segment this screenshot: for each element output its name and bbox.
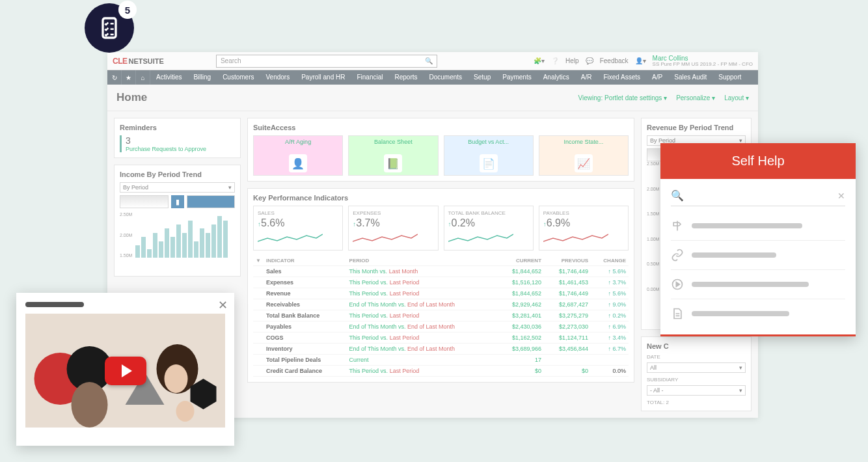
video-title-placeholder	[25, 302, 84, 307]
reminder-text: Purchase Requests to Approve	[126, 146, 235, 152]
kpi-row[interactable]: COGSThis Period vs. Last Period$1,162,50…	[253, 333, 629, 344]
revenue-trend-title: Revenue By Period Trend	[647, 124, 746, 131]
menu-support[interactable]: Support	[712, 70, 747, 85]
user-icon[interactable]: 👤▾	[635, 57, 646, 64]
menu-activities[interactable]: Activities	[150, 70, 187, 85]
feedback-icon[interactable]: 💬	[586, 57, 593, 64]
apps-icon[interactable]: 🧩▾	[534, 57, 545, 64]
new-card: New C DATE All▾ SUBSIDIARY - All -▾ TOTA…	[641, 336, 752, 411]
kpi-row[interactable]: PayablesEnd of This Month vs. End of Las…	[253, 321, 629, 333]
play-icon[interactable]	[105, 357, 146, 385]
kpi-row[interactable]: SalesThis Month vs. Last Month$1,844,652…	[253, 266, 629, 277]
layout-opt[interactable]: Layout ▾	[724, 94, 749, 102]
date-select[interactable]: All▾	[647, 362, 746, 373]
self-help-panel: Self Help 🔍 ✕	[660, 143, 856, 336]
ledger-icon: 📗	[384, 154, 402, 172]
kpi-row[interactable]: RevenueThis Period vs. Last Period$1,844…	[253, 288, 629, 299]
badge-count: 5	[118, 1, 137, 19]
play-circle-icon	[671, 278, 684, 291]
chart-doc-icon: 📈	[575, 154, 593, 172]
close-icon[interactable]: ✕	[837, 191, 845, 201]
menu-payments[interactable]: Payments	[496, 70, 537, 85]
kpi-card: Key Performance Indicators SALES↑5.6%EXP…	[247, 188, 634, 383]
notification-badge[interactable]: 5	[85, 3, 134, 53]
reminder-item[interactable]: 3 Purchase Requests to Approve	[120, 135, 235, 152]
kpi-tile[interactable]: PAYABLES↑6.9%	[539, 206, 629, 251]
star-icon[interactable]: ★	[122, 70, 136, 85]
kpi-row[interactable]: ExpensesThis Period vs. Last Period$1,51…	[253, 277, 629, 288]
menu-financial[interactable]: Financial	[351, 70, 388, 85]
self-help-search[interactable]: 🔍 ✕	[671, 185, 845, 206]
chart-thumb-1[interactable]	[120, 195, 169, 208]
income-period-select[interactable]: By Period▾	[120, 182, 235, 193]
link-icon	[671, 249, 684, 262]
suiteaccess-card: SuiteAccess A/R Aging👤 Balance Sheet📗 Bu…	[247, 118, 634, 182]
topbar: CLE NETSUITE Search 🔍 🧩▾ ❔ Help 💬 Feedba…	[107, 52, 758, 70]
netsuite-logo: NETSUITE	[129, 57, 164, 65]
kpi-row[interactable]: Credit Card BalanceThis Period vs. Last …	[253, 366, 629, 377]
clipboard-icon	[96, 15, 122, 41]
self-help-item[interactable]	[671, 241, 845, 270]
menu-vendors[interactable]: Vendors	[260, 70, 296, 85]
kpi-tile[interactable]: SALES↑5.6%	[253, 206, 343, 251]
kpi-tile[interactable]: TOTAL BANK BALANCE↑0.2%	[444, 206, 534, 251]
person-check-icon: 👤	[289, 154, 307, 172]
menu-sales-audit[interactable]: Sales Audit	[668, 70, 712, 85]
help-icon[interactable]: ❔	[551, 57, 559, 64]
page-header: Home Viewing: Portlet date settings ▾ Pe…	[107, 85, 758, 111]
search-icon: 🔍	[671, 189, 684, 202]
close-icon[interactable]: ✕	[218, 298, 228, 312]
user-name: Marc Collins	[653, 55, 753, 62]
document-icon	[671, 307, 684, 320]
viewing-opt[interactable]: Viewing: Portlet date settings ▾	[578, 94, 668, 102]
page-title: Home	[116, 91, 147, 104]
income-trend-title: Income By Period Trend	[120, 170, 235, 178]
menu-billing[interactable]: Billing	[187, 70, 217, 85]
help-link[interactable]: Help	[565, 57, 579, 64]
menu-customers[interactable]: Customers	[217, 70, 260, 85]
kpi-row[interactable]: Total Bank BalanceThis Period vs. Last P…	[253, 310, 629, 321]
suite-balance-sheet[interactable]: Balance Sheet📗	[348, 135, 438, 176]
menu-ar[interactable]: A/R	[575, 70, 598, 85]
suite-budget[interactable]: Budget vs Act...📄	[444, 135, 534, 176]
suite-income[interactable]: Income State...📈	[539, 135, 629, 176]
suite-ar-aging[interactable]: A/R Aging👤	[253, 135, 343, 176]
chart-thumb-2[interactable]	[187, 195, 236, 208]
menu-setup[interactable]: Setup	[468, 70, 496, 85]
self-help-item[interactable]	[671, 211, 845, 241]
search-placeholder: Search	[221, 57, 241, 64]
user-info[interactable]: Marc Collins SS Pure FP MM US 2019.2 - F…	[653, 55, 753, 68]
menu-analytics[interactable]: Analytics	[537, 70, 575, 85]
search-icon: 🔍	[425, 57, 433, 64]
income-chart: 2.50M 2.00M 1.50M	[120, 212, 235, 271]
expand-col[interactable]: ▼	[253, 256, 264, 266]
menu-documents[interactable]: Documents	[424, 70, 468, 85]
menubar: ↻ ★ ⌂ Activities Billing Customers Vendo…	[107, 70, 758, 85]
menu-fixed-assets[interactable]: Fixed Assets	[597, 70, 646, 85]
menu-reports[interactable]: Reports	[389, 70, 424, 85]
kpi-row[interactable]: InventoryEnd of This Month vs. End of La…	[253, 344, 629, 355]
svg-point-9	[165, 364, 188, 393]
self-help-item[interactable]	[671, 299, 845, 328]
personalize-opt[interactable]: Personalize ▾	[676, 94, 715, 102]
signpost-icon	[671, 219, 684, 232]
menu-payroll[interactable]: Payroll and HR	[295, 70, 351, 85]
home-icon[interactable]: ⌂	[136, 70, 150, 85]
oracle-logo: CLE	[113, 57, 128, 66]
kpi-tile[interactable]: EXPENSES↑3.7%	[348, 206, 438, 251]
user-role: SS Pure FP MM US 2019.2 - FP MM - CFO	[653, 62, 753, 68]
menu-ap[interactable]: A/P	[646, 70, 668, 85]
subsidiary-select[interactable]: - All -▾	[647, 385, 746, 396]
bar-chart-icon[interactable]: ▮	[171, 195, 184, 208]
kpi-row[interactable]: ReceivablesEnd of This Month vs. End of …	[253, 299, 629, 310]
search-input[interactable]: Search 🔍	[216, 55, 437, 68]
new-card-title: New C	[647, 342, 746, 350]
kpi-row[interactable]: Total Pipeline DealsCurrent17	[253, 355, 629, 366]
self-help-item[interactable]	[671, 270, 845, 299]
feedback-link[interactable]: Feedback	[600, 57, 629, 64]
video-thumbnail[interactable]	[25, 314, 225, 428]
history-icon[interactable]: ↻	[107, 70, 122, 85]
kpi-title: Key Performance Indicators	[253, 194, 629, 202]
self-help-title: Self Help	[660, 143, 856, 179]
document-icon: 📄	[480, 154, 498, 172]
